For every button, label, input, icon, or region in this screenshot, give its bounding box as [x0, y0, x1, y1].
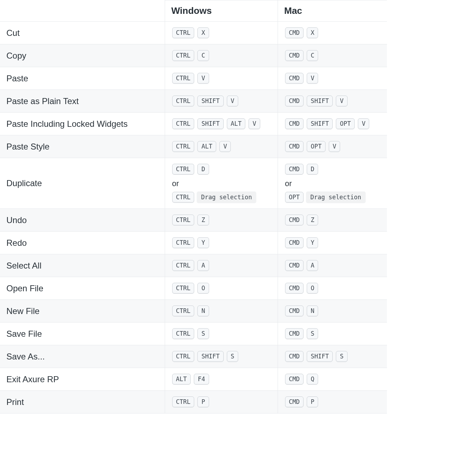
- keyboard-key: CTRL: [172, 351, 195, 362]
- windows-shortcut-cell: CTRL X: [165, 22, 278, 44]
- keyboard-key: CTRL: [172, 215, 195, 226]
- keyboard-key: Y: [307, 237, 318, 248]
- keyboard-key: CMD: [285, 50, 304, 61]
- table-row: PrintCTRL P CMD P: [0, 391, 387, 413]
- table-row: DuplicateCTRL D orCTRL Drag selection CM…: [0, 158, 387, 209]
- keyboard-key: SHIFT: [307, 351, 333, 362]
- action-name-cell: Select All: [0, 254, 165, 277]
- mac-shortcut-cell: CMD D orOPT Drag selection: [278, 158, 387, 209]
- or-separator: or: [172, 179, 271, 188]
- windows-shortcut-cell: ALT F4: [165, 368, 278, 391]
- table-row: Exit Axure RPALT F4 CMD Q: [0, 368, 387, 391]
- table-row: Select AllCTRL A CMD A: [0, 254, 387, 277]
- keyboard-key: CTRL: [172, 96, 195, 107]
- keyboard-key: CMD: [285, 27, 304, 38]
- keyboard-key: V: [336, 96, 347, 107]
- windows-shortcut-cell: CTRL P: [165, 391, 278, 413]
- keyboard-key: CTRL: [172, 27, 195, 38]
- keyboard-key: CTRL: [172, 118, 195, 129]
- action-name-cell: Paste Including Locked Widgets: [0, 113, 165, 135]
- action-name-cell: Open File: [0, 277, 165, 300]
- action-name-cell: Copy: [0, 44, 165, 67]
- windows-shortcut-cell: CTRL SHIFT ALT V: [165, 113, 278, 135]
- mac-shortcut-cell: CMD O: [278, 277, 387, 300]
- table-row: PasteCTRL V CMD V: [0, 67, 387, 90]
- keyboard-key: C: [307, 50, 318, 61]
- windows-shortcut-cell: CTRL SHIFT S: [165, 345, 278, 368]
- keyboard-key: SHIFT: [197, 118, 223, 129]
- column-header-windows: Windows: [165, 0, 278, 22]
- table-row: Paste StyleCTRL ALT V CMD OPT V: [0, 135, 387, 158]
- mac-shortcut-cell: CMD S: [278, 323, 387, 345]
- mac-shortcut-cell: CMD N: [278, 300, 387, 323]
- mac-shortcut-cell: CMD X: [278, 22, 387, 44]
- keyboard-key: OPT: [307, 141, 326, 152]
- table-row: New FileCTRL N CMD N: [0, 300, 387, 323]
- windows-shortcut-cell: CTRL D orCTRL Drag selection: [165, 158, 278, 209]
- keyboard-key: CTRL: [172, 237, 195, 248]
- action-name-cell: Paste as Plain Text: [0, 90, 165, 113]
- keyboard-key: V: [249, 118, 260, 129]
- table-row: Save As...CTRL SHIFT S CMD SHIFT S: [0, 345, 387, 368]
- keyboard-key: CMD: [285, 73, 304, 84]
- action-name-cell: Cut: [0, 22, 165, 44]
- keyboard-key: CTRL: [172, 260, 195, 271]
- action-hint: Drag selection: [306, 191, 365, 203]
- keyboard-key: Z: [197, 215, 209, 226]
- keyboard-key: CMD: [285, 305, 304, 317]
- keyboard-key: CMD: [285, 237, 304, 248]
- keyboard-key: S: [197, 328, 209, 339]
- windows-shortcut-cell: CTRL A: [165, 254, 278, 277]
- action-name-cell: New File: [0, 300, 165, 323]
- table-row: Paste as Plain TextCTRL SHIFT V CMD SHIF…: [0, 90, 387, 113]
- windows-shortcut-cell: CTRL N: [165, 300, 278, 323]
- action-name-cell: Paste Style: [0, 135, 165, 158]
- keyboard-key: OPT: [336, 118, 355, 129]
- windows-shortcut-cell: CTRL S: [165, 323, 278, 345]
- keyboard-key: P: [197, 396, 209, 407]
- action-name-cell: Save As...: [0, 345, 165, 368]
- action-name-cell: Save File: [0, 323, 165, 345]
- mac-shortcut-cell: CMD SHIFT V: [278, 90, 387, 113]
- action-name-cell: Duplicate: [0, 158, 165, 209]
- table-row: Paste Including Locked WidgetsCTRL SHIFT…: [0, 113, 387, 135]
- windows-shortcut-cell: CTRL V: [165, 67, 278, 90]
- keyboard-key: CMD: [285, 283, 304, 294]
- keyboard-key: CTRL: [172, 328, 195, 339]
- or-separator: or: [285, 179, 381, 188]
- keyboard-key: SHIFT: [307, 118, 333, 129]
- keyboard-key: S: [336, 351, 347, 362]
- keyboard-key: CMD: [285, 118, 304, 129]
- keyboard-key: O: [307, 283, 318, 294]
- action-hint: Drag selection: [197, 191, 256, 203]
- column-header-mac: Mac: [278, 0, 387, 22]
- keyboard-key: D: [197, 164, 209, 175]
- keyboard-key: CMD: [285, 328, 304, 339]
- table-row: Save FileCTRL S CMD S: [0, 323, 387, 345]
- keyboard-key: OPT: [285, 192, 304, 203]
- keyboard-key: CTRL: [172, 192, 195, 203]
- keyboard-key: CMD: [285, 374, 304, 385]
- keyboard-key: CMD: [285, 260, 304, 271]
- keyboard-key: D: [307, 164, 318, 175]
- action-name-cell: Exit Axure RP: [0, 368, 165, 391]
- keyboard-key: V: [227, 96, 238, 107]
- keyboard-key: P: [307, 396, 318, 407]
- column-header-action: [0, 0, 165, 22]
- keyboard-key: O: [197, 283, 209, 294]
- keyboard-key: A: [307, 260, 318, 271]
- mac-shortcut-cell: CMD SHIFT OPT V: [278, 113, 387, 135]
- keyboard-key: CMD: [285, 215, 304, 226]
- keyboard-key: CMD: [285, 141, 304, 152]
- mac-shortcut-cell: CMD OPT V: [278, 135, 387, 158]
- windows-shortcut-cell: CTRL ALT V: [165, 135, 278, 158]
- keyboard-key: A: [197, 260, 209, 271]
- keyboard-key: S: [227, 351, 238, 362]
- mac-shortcut-cell: CMD SHIFT S: [278, 345, 387, 368]
- table-row: CutCTRL X CMD X: [0, 22, 387, 44]
- windows-shortcut-cell: CTRL O: [165, 277, 278, 300]
- mac-shortcut-cell: CMD C: [278, 44, 387, 67]
- action-name-cell: Print: [0, 391, 165, 413]
- table-row: Open FileCTRL O CMD O: [0, 277, 387, 300]
- keyboard-key: N: [197, 305, 209, 317]
